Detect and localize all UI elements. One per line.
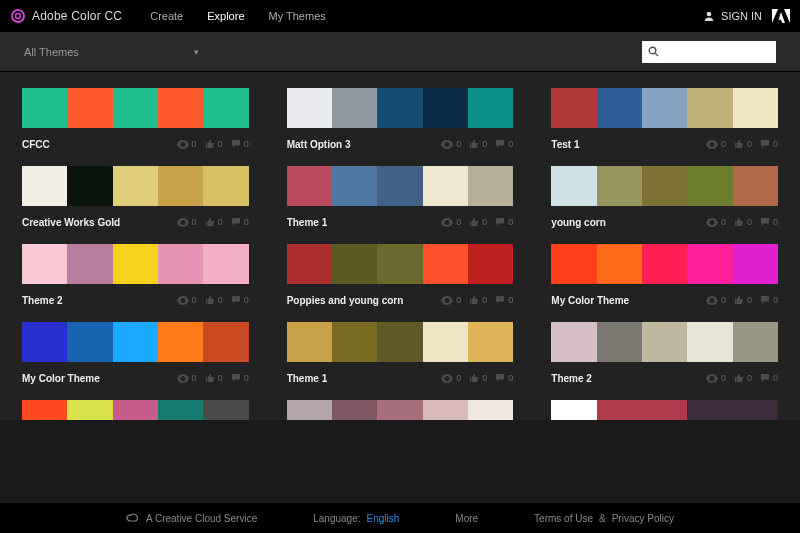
color-swatch[interactable]: [687, 322, 732, 362]
color-swatch[interactable]: [22, 244, 67, 284]
nav-create[interactable]: Create: [150, 10, 183, 22]
stat-comments[interactable]: 0: [495, 373, 513, 383]
theme-card[interactable]: 000: [22, 400, 249, 420]
color-swatch[interactable]: [203, 88, 248, 128]
stat-views[interactable]: 0: [706, 139, 726, 149]
color-swatch[interactable]: [423, 400, 468, 420]
color-swatch[interactable]: [67, 166, 112, 206]
color-swatch[interactable]: [67, 400, 112, 420]
color-swatch[interactable]: [113, 166, 158, 206]
color-swatch[interactable]: [733, 88, 778, 128]
stat-likes[interactable]: 0: [734, 139, 752, 149]
theme-card[interactable]: Creative Works Gold000: [22, 166, 249, 230]
theme-card[interactable]: Matt Option 3000: [287, 88, 514, 152]
footer-language[interactable]: Language: English: [313, 513, 399, 524]
color-swatch[interactable]: [642, 166, 687, 206]
color-swatch[interactable]: [551, 400, 596, 420]
stat-views[interactable]: 0: [441, 217, 461, 227]
color-swatch[interactable]: [377, 88, 422, 128]
color-swatch[interactable]: [733, 322, 778, 362]
theme-card[interactable]: My Color Theme000: [22, 322, 249, 386]
stat-comments[interactable]: 0: [231, 295, 249, 305]
theme-card[interactable]: Theme 1000: [287, 166, 514, 230]
stat-likes[interactable]: 0: [734, 295, 752, 305]
color-swatch[interactable]: [113, 400, 158, 420]
color-swatch[interactable]: [551, 244, 596, 284]
nav-explore[interactable]: Explore: [207, 10, 244, 22]
color-swatch[interactable]: [67, 88, 112, 128]
color-swatch[interactable]: [551, 166, 596, 206]
stat-comments[interactable]: 0: [760, 295, 778, 305]
stat-views[interactable]: 0: [706, 373, 726, 383]
themes-filter-dropdown[interactable]: All Themes ▾: [24, 46, 199, 58]
color-swatch[interactable]: [687, 166, 732, 206]
footer-more[interactable]: More: [455, 513, 478, 524]
color-swatch[interactable]: [551, 88, 596, 128]
color-swatch[interactable]: [687, 244, 732, 284]
stat-likes[interactable]: 0: [469, 217, 487, 227]
color-swatch[interactable]: [287, 244, 332, 284]
theme-card[interactable]: CFCC000: [22, 88, 249, 152]
stat-likes[interactable]: 0: [205, 217, 223, 227]
color-swatch[interactable]: [158, 400, 203, 420]
stat-likes[interactable]: 0: [205, 139, 223, 149]
stat-views[interactable]: 0: [441, 139, 461, 149]
color-swatch[interactable]: [158, 166, 203, 206]
color-swatch[interactable]: [423, 244, 468, 284]
color-swatch[interactable]: [468, 400, 513, 420]
color-swatch[interactable]: [597, 88, 642, 128]
nav-mythemes[interactable]: My Themes: [269, 10, 326, 22]
color-swatch[interactable]: [733, 400, 778, 420]
color-swatch[interactable]: [332, 244, 377, 284]
stat-comments[interactable]: 0: [760, 373, 778, 383]
color-swatch[interactable]: [158, 88, 203, 128]
color-swatch[interactable]: [687, 400, 732, 420]
theme-card[interactable]: My Color Theme000: [551, 244, 778, 308]
color-swatch[interactable]: [332, 166, 377, 206]
stat-views[interactable]: 0: [177, 295, 197, 305]
stat-comments[interactable]: 0: [231, 139, 249, 149]
stat-likes[interactable]: 0: [469, 139, 487, 149]
color-swatch[interactable]: [113, 88, 158, 128]
color-swatch[interactable]: [22, 322, 67, 362]
color-swatch[interactable]: [733, 166, 778, 206]
color-swatch[interactable]: [67, 244, 112, 284]
theme-card[interactable]: 000: [551, 400, 778, 420]
theme-card[interactable]: Theme 2000: [22, 244, 249, 308]
color-swatch[interactable]: [468, 88, 513, 128]
color-swatch[interactable]: [377, 400, 422, 420]
color-swatch[interactable]: [287, 400, 332, 420]
color-swatch[interactable]: [67, 322, 112, 362]
color-swatch[interactable]: [377, 244, 422, 284]
theme-card[interactable]: Theme 2000: [551, 322, 778, 386]
stat-comments[interactable]: 0: [495, 295, 513, 305]
color-swatch[interactable]: [642, 88, 687, 128]
theme-card[interactable]: young corn000: [551, 166, 778, 230]
stat-likes[interactable]: 0: [469, 295, 487, 305]
color-swatch[interactable]: [113, 322, 158, 362]
theme-card[interactable]: Test 1000: [551, 88, 778, 152]
stat-views[interactable]: 0: [706, 217, 726, 227]
color-swatch[interactable]: [287, 322, 332, 362]
color-swatch[interactable]: [468, 166, 513, 206]
color-swatch[interactable]: [332, 400, 377, 420]
footer-privacy-link[interactable]: Privacy Policy: [612, 513, 674, 524]
color-swatch[interactable]: [642, 400, 687, 420]
search-box[interactable]: [642, 41, 776, 63]
color-swatch[interactable]: [203, 322, 248, 362]
color-swatch[interactable]: [22, 400, 67, 420]
color-swatch[interactable]: [377, 322, 422, 362]
stat-comments[interactable]: 0: [760, 139, 778, 149]
stat-likes[interactable]: 0: [734, 217, 752, 227]
theme-card[interactable]: 000: [287, 400, 514, 420]
color-swatch[interactable]: [22, 88, 67, 128]
theme-card[interactable]: Poppies and young corn000: [287, 244, 514, 308]
color-swatch[interactable]: [287, 166, 332, 206]
stat-comments[interactable]: 0: [231, 217, 249, 227]
color-swatch[interactable]: [687, 88, 732, 128]
footer-terms-link[interactable]: Terms of Use: [534, 513, 593, 524]
stat-comments[interactable]: 0: [495, 139, 513, 149]
stat-views[interactable]: 0: [441, 295, 461, 305]
color-swatch[interactable]: [158, 244, 203, 284]
color-swatch[interactable]: [468, 244, 513, 284]
